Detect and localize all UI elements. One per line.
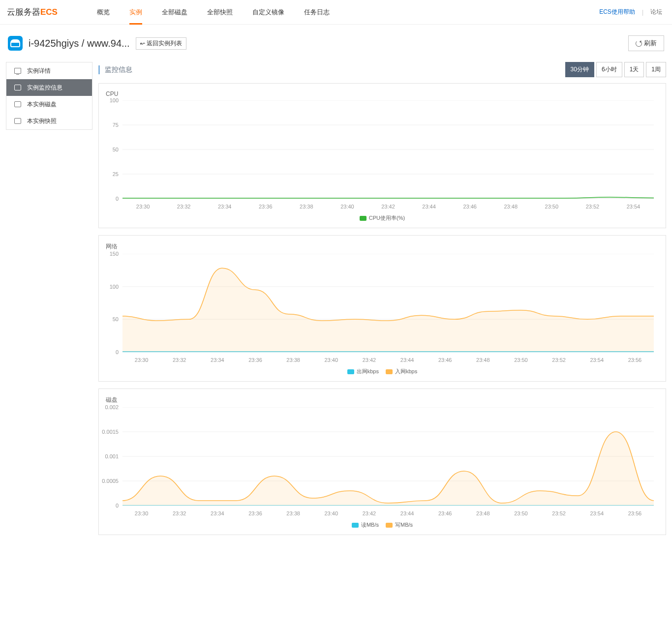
x-axis: 23:3023:3223:3423:3623:3823:4023:4223:44…: [122, 201, 654, 209]
x-axis: 23:3023:3223:3423:3623:3823:4023:4223:44…: [122, 354, 654, 363]
nav-tab-5[interactable]: 任务日志: [294, 0, 339, 25]
range-1[interactable]: 6小时: [596, 62, 622, 77]
legend-item[interactable]: 读MB/s: [352, 521, 379, 529]
panel-title: 磁盘: [106, 396, 659, 404]
page-title: i-9425hgiys / www.94...: [29, 38, 130, 49]
sidebar-icon: [14, 101, 21, 107]
legend: CPU使用率(%): [106, 209, 659, 224]
legend-item[interactable]: 出网kbps: [347, 368, 379, 375]
legend: 出网kbps入网kbps: [106, 363, 659, 377]
legend: 读MB/s写MB/s: [106, 516, 659, 531]
panel-cpu: CPU025507510023:3023:3223:3423:3623:3823…: [98, 83, 666, 228]
legend-swatch: [386, 523, 393, 528]
sidebar-item-1[interactable]: 实例监控信息: [6, 79, 92, 96]
back-button[interactable]: ↜ 返回实例列表: [136, 37, 186, 50]
panel-title: 网络: [106, 242, 659, 251]
legend-item[interactable]: CPU使用率(%): [360, 214, 405, 222]
legend-item[interactable]: 入网kbps: [386, 368, 417, 375]
legend-swatch: [347, 369, 354, 374]
range-2[interactable]: 1天: [624, 62, 644, 77]
nav-tab-4[interactable]: 自定义镜像: [243, 0, 294, 25]
panel-disk: 磁盘00.00050.0010.00150.00223:3023:3223:34…: [98, 388, 666, 535]
section-title: 监控信息: [98, 65, 132, 74]
x-axis: 23:3023:3223:3423:3623:3823:4023:4223:44…: [122, 508, 654, 516]
sidebar-item-2[interactable]: 本实例磁盘: [6, 96, 92, 113]
sidebar-icon: [14, 85, 21, 90]
legend-swatch: [352, 523, 359, 528]
refresh-icon: [636, 40, 642, 47]
brand-logo: 云服务器ECS: [7, 6, 58, 18]
range-3[interactable]: 1周: [646, 62, 666, 77]
nav-tab-1[interactable]: 实例: [120, 0, 152, 25]
refresh-button[interactable]: 刷新: [628, 35, 664, 51]
nav-tab-3[interactable]: 全部快照: [197, 0, 243, 25]
nav-tab-2[interactable]: 全部磁盘: [152, 0, 197, 25]
instance-icon: [8, 36, 23, 51]
sidebar-icon: [14, 68, 21, 74]
sidebar-item-3[interactable]: 本实例快照: [6, 113, 92, 129]
legend-swatch: [360, 216, 367, 221]
legend-swatch: [386, 369, 393, 374]
forum-link[interactable]: 论坛: [650, 8, 662, 16]
sidebar-icon: [14, 118, 21, 124]
sidebar-item-0[interactable]: 实例详情: [6, 62, 92, 79]
nav-tab-0[interactable]: 概览: [87, 0, 120, 25]
chart-disk: 00.00050.0010.00150.002: [122, 407, 654, 506]
top-nav: 概览实例全部磁盘全部快照自定义镜像任务日志: [87, 0, 339, 25]
chart-cpu: 0255075100: [122, 100, 654, 199]
range-0[interactable]: 30分钟: [565, 62, 594, 77]
help-link[interactable]: ECS使用帮助: [599, 8, 635, 16]
sidebar: 实例详情实例监控信息本实例磁盘本实例快照: [6, 62, 92, 130]
time-range-group: 30分钟6小时1天1周: [565, 62, 666, 77]
panel-title: CPU: [106, 90, 659, 97]
panel-net: 网络05010015023:3023:3223:3423:3623:3823:4…: [98, 235, 666, 382]
chart-net: 050100150: [122, 254, 654, 352]
legend-item[interactable]: 写MB/s: [386, 521, 413, 529]
